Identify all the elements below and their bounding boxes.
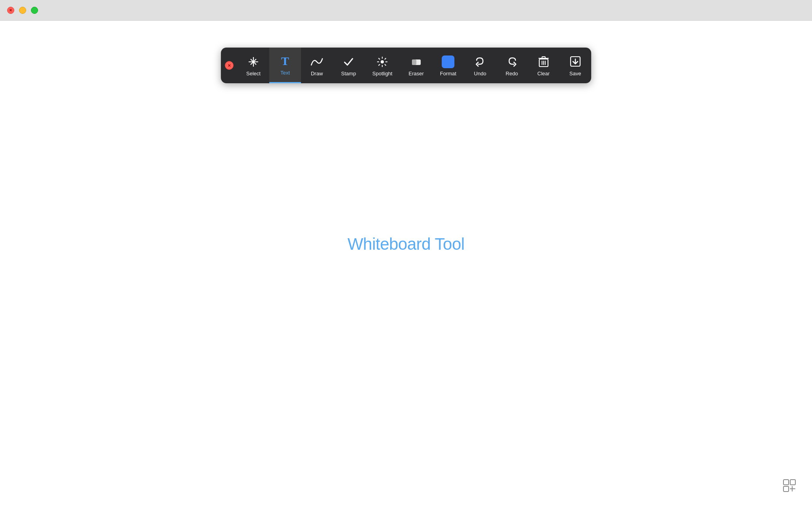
- svg-rect-26: [783, 486, 789, 492]
- select-tool[interactable]: Select: [237, 48, 269, 83]
- text-label: Text: [280, 70, 290, 76]
- clear-tool[interactable]: Clear: [528, 48, 559, 83]
- redo-label: Redo: [506, 71, 518, 77]
- text-tool[interactable]: T Text: [269, 48, 301, 83]
- svg-line-10: [385, 64, 386, 66]
- format-icon: [442, 55, 454, 69]
- clear-icon: [538, 55, 549, 69]
- title-bar: [0, 0, 812, 21]
- undo-icon: [474, 55, 486, 69]
- format-tool[interactable]: Format: [432, 48, 464, 83]
- toolbar-close-area: [221, 48, 237, 83]
- save-icon: [570, 55, 581, 69]
- eraser-tool[interactable]: Eraser: [400, 48, 432, 83]
- eraser-label: Eraser: [409, 71, 424, 77]
- svg-line-9: [379, 58, 380, 59]
- svg-rect-24: [783, 480, 789, 485]
- whiteboard-placeholder: Whiteboard Tool: [347, 235, 464, 254]
- spotlight-label: Spotlight: [372, 71, 393, 77]
- draw-icon: [310, 55, 323, 69]
- svg-line-12: [379, 64, 380, 66]
- minimize-button[interactable]: [19, 7, 26, 14]
- draw-tool[interactable]: Draw: [301, 48, 333, 83]
- undo-label: Undo: [474, 71, 486, 77]
- text-icon: T: [281, 54, 289, 68]
- close-button[interactable]: [7, 7, 14, 14]
- expand-icon[interactable]: [783, 479, 796, 495]
- spotlight-tool[interactable]: Spotlight: [364, 48, 400, 83]
- select-icon: [247, 55, 259, 69]
- eraser-icon: [410, 55, 422, 69]
- format-label: Format: [440, 71, 456, 77]
- draw-label: Draw: [311, 71, 323, 77]
- stamp-tool[interactable]: Stamp: [333, 48, 364, 83]
- select-label: Select: [246, 71, 260, 77]
- clear-label: Clear: [537, 71, 550, 77]
- spotlight-icon: [376, 55, 388, 69]
- save-tool[interactable]: Save: [559, 48, 591, 83]
- svg-line-11: [385, 58, 386, 59]
- toolbar-close-button[interactable]: [225, 61, 234, 70]
- undo-tool[interactable]: Undo: [464, 48, 496, 83]
- svg-rect-17: [542, 57, 545, 58]
- stamp-icon: [343, 55, 354, 69]
- stamp-label: Stamp: [341, 71, 356, 77]
- svg-rect-14: [412, 59, 416, 65]
- redo-tool[interactable]: Redo: [496, 48, 528, 83]
- svg-rect-25: [790, 480, 795, 485]
- save-label: Save: [569, 71, 581, 77]
- redo-icon: [506, 55, 518, 69]
- main-canvas: Select T Text Draw Stamp: [0, 21, 812, 507]
- toolbar: Select T Text Draw Stamp: [221, 48, 591, 83]
- maximize-button[interactable]: [31, 7, 38, 14]
- svg-point-4: [381, 60, 384, 63]
